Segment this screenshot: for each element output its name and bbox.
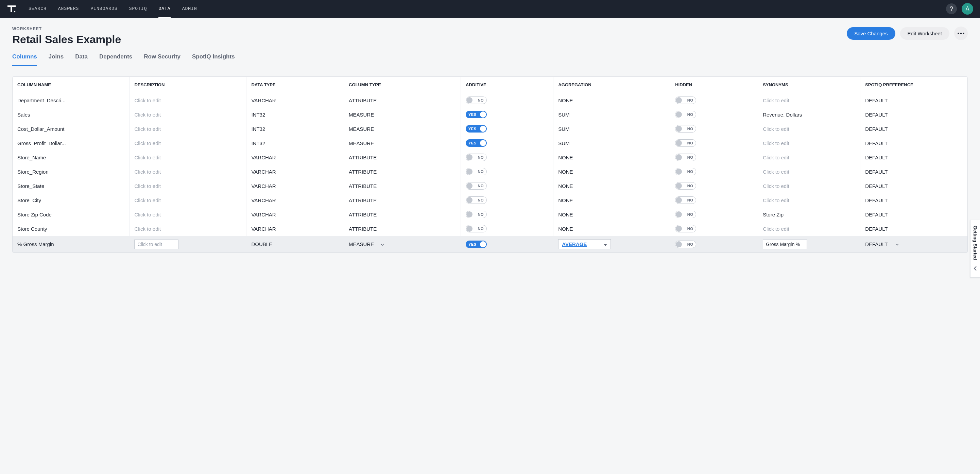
cell-column-name[interactable]: Store_Name: [13, 150, 129, 164]
save-button[interactable]: Save Changes: [847, 27, 895, 40]
cell-synonyms[interactable]: Gross Margin %: [758, 236, 860, 253]
toggle-no[interactable]: NO: [675, 196, 696, 204]
cell-column-type[interactable]: ATTRIBUTE: [344, 93, 461, 108]
table-row[interactable]: SalesClick to editINT32MEASUREYESSUMNORe…: [13, 107, 967, 122]
cell-description[interactable]: Click to edit: [129, 221, 247, 236]
cell-description[interactable]: Click to edit: [129, 193, 247, 207]
tab-columns[interactable]: Columns: [12, 53, 37, 66]
toggle-no[interactable]: NO: [466, 225, 487, 232]
toggle-no[interactable]: NO: [675, 168, 696, 175]
cell-spotiq-preference[interactable]: DEFAULT: [860, 122, 967, 136]
cell-spotiq-preference[interactable]: DEFAULT: [860, 193, 967, 207]
cell-description[interactable]: Click to edit: [129, 207, 247, 221]
cell-synonyms[interactable]: Click to edit: [758, 164, 860, 179]
cell-aggregation[interactable]: SUM: [554, 107, 670, 122]
cell-aggregation[interactable]: SUM: [554, 136, 670, 150]
toggle-no[interactable]: NO: [466, 168, 487, 175]
cell-synonyms[interactable]: Revenue, Dollars: [758, 107, 860, 122]
cell-column-name[interactable]: Sales: [13, 107, 129, 122]
cell-column-name[interactable]: Store County: [13, 221, 129, 236]
toggle-no[interactable]: NO: [466, 97, 487, 104]
cell-aggregation[interactable]: NONE: [554, 221, 670, 236]
toggle-yes[interactable]: YES: [466, 139, 487, 147]
cell-synonyms[interactable]: Click to edit: [758, 179, 860, 193]
toggle-no[interactable]: NO: [675, 111, 696, 118]
cell-spotiq-preference[interactable]: DEFAULT: [860, 221, 967, 236]
cell-column-type[interactable]: ATTRIBUTE: [344, 179, 461, 193]
nav-item-admin[interactable]: ADMIN: [182, 0, 197, 18]
toggle-no[interactable]: NO: [675, 182, 696, 189]
cell-column-name[interactable]: Gross_Profit_Dollar...: [13, 136, 129, 150]
avatar[interactable]: A: [962, 3, 973, 14]
more-actions-button[interactable]: [954, 27, 968, 40]
cell-spotiq-preference[interactable]: DEFAULT: [860, 93, 967, 108]
edit-worksheet-button[interactable]: Edit Worksheet: [900, 27, 950, 40]
tab-joins[interactable]: Joins: [49, 53, 64, 66]
toggle-no[interactable]: NO: [675, 154, 696, 161]
cell-description[interactable]: Click to edit: [129, 107, 247, 122]
column-header[interactable]: SpotIQ Preference: [860, 77, 967, 93]
table-row[interactable]: Store_NameClick to editVARCHARATTRIBUTEN…: [13, 150, 967, 164]
nav-item-pinboards[interactable]: PINBOARDS: [91, 0, 117, 18]
logo[interactable]: [7, 4, 16, 14]
table-row[interactable]: Gross_Profit_Dollar...Click to editINT32…: [13, 136, 967, 150]
column-header[interactable]: Aggregation: [554, 77, 670, 93]
toggle-no[interactable]: NO: [466, 196, 487, 204]
getting-started-tab[interactable]: Getting Started: [970, 220, 980, 263]
cell-column-name[interactable]: Store_State: [13, 179, 129, 193]
cell-description[interactable]: Click to edit: [129, 164, 247, 179]
cell-spotiq-preference[interactable]: DEFAULT: [860, 136, 967, 150]
toggle-yes[interactable]: YES: [466, 125, 487, 132]
toggle-yes[interactable]: YES: [466, 240, 487, 248]
column-header[interactable]: Synonyms: [758, 77, 860, 93]
toggle-no[interactable]: NO: [466, 182, 487, 189]
cell-description[interactable]: Click to edit: [129, 150, 247, 164]
table-row[interactable]: Store_RegionClick to editVARCHARATTRIBUT…: [13, 164, 967, 179]
cell-column-name[interactable]: % Gross Margin: [13, 236, 129, 253]
cell-column-name[interactable]: Store_City: [13, 193, 129, 207]
column-header[interactable]: Additive: [461, 77, 553, 93]
cell-spotiq-preference[interactable]: DEFAULT: [860, 164, 967, 179]
table-row[interactable]: Store_StateClick to editVARCHARATTRIBUTE…: [13, 179, 967, 193]
cell-synonyms[interactable]: Store Zip: [758, 207, 860, 221]
column-header[interactable]: Data Type: [247, 77, 344, 93]
cell-aggregation[interactable]: NONE: [554, 150, 670, 164]
cell-synonyms[interactable]: Click to edit: [758, 193, 860, 207]
toggle-no[interactable]: NO: [675, 240, 696, 248]
toggle-no[interactable]: NO: [675, 139, 696, 147]
table-row[interactable]: Store_CityClick to editVARCHARATTRIBUTEN…: [13, 193, 967, 207]
cell-column-type[interactable]: ATTRIBUTE: [344, 193, 461, 207]
table-row[interactable]: Department_Descri...Click to editVARCHAR…: [13, 93, 967, 108]
toggle-no[interactable]: NO: [466, 154, 487, 161]
table-row[interactable]: % Gross MarginClick to editDOUBLEMEASURE…: [13, 236, 967, 253]
table-row[interactable]: Store Zip CodeClick to editVARCHARATTRIB…: [13, 207, 967, 221]
column-header[interactable]: Column Name: [13, 77, 129, 93]
toggle-no[interactable]: NO: [675, 211, 696, 218]
cell-description[interactable]: Click to edit: [129, 136, 247, 150]
cell-column-type[interactable]: ATTRIBUTE: [344, 150, 461, 164]
cell-spotiq-preference[interactable]: DEFAULT: [860, 150, 967, 164]
cell-column-type[interactable]: MEASURE: [344, 236, 461, 253]
cell-aggregation[interactable]: NONE: [554, 179, 670, 193]
table-row[interactable]: Cost_Dollar_AmountClick to editINT32MEAS…: [13, 122, 967, 136]
cell-description[interactable]: Click to edit: [129, 93, 247, 108]
cell-spotiq-preference[interactable]: DEFAULT: [860, 236, 967, 253]
cell-description[interactable]: Click to edit: [129, 122, 247, 136]
cell-description[interactable]: Click to edit: [129, 179, 247, 193]
help-icon[interactable]: ?: [946, 3, 957, 14]
cell-column-type[interactable]: MEASURE: [344, 136, 461, 150]
nav-item-spotiq[interactable]: SPOTIQ: [129, 0, 147, 18]
cell-description[interactable]: Click to edit: [129, 236, 247, 253]
toggle-no[interactable]: NO: [466, 211, 487, 218]
nav-item-search[interactable]: SEARCH: [29, 0, 46, 18]
cell-aggregation[interactable]: SUM: [554, 122, 670, 136]
tab-data[interactable]: Data: [75, 53, 88, 66]
cell-column-type[interactable]: MEASURE: [344, 122, 461, 136]
cell-column-name[interactable]: Store Zip Code: [13, 207, 129, 221]
cell-column-type[interactable]: ATTRIBUTE: [344, 221, 461, 236]
cell-aggregation[interactable]: AVERAGE: [554, 236, 670, 253]
column-header[interactable]: Column Type: [344, 77, 461, 93]
cell-column-name[interactable]: Store_Region: [13, 164, 129, 179]
cell-column-name[interactable]: Cost_Dollar_Amount: [13, 122, 129, 136]
toggle-no[interactable]: NO: [675, 97, 696, 104]
